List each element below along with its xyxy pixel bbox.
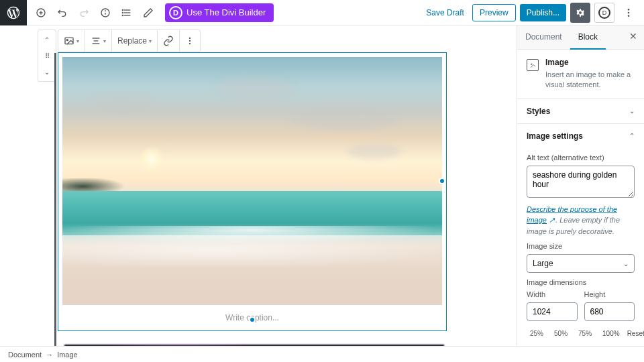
breadcrumb-footer: Document → Image [0, 346, 644, 362]
editor-area: ⌃ ⠿ ⌄ ▾ ▾ Replace ▾ [0, 25, 517, 346]
image-settings-body: Alt text (alternative text) Describe the… [517, 154, 644, 346]
block-type-icon[interactable]: ▾ [58, 36, 85, 46]
settings-sidebar: Document Block ✕ Image Insert an image t… [517, 25, 644, 346]
external-link-icon: ↗ [549, 215, 555, 221]
chevron-down-icon: ⌄ [623, 260, 629, 267]
alt-text-label: Alt text (alternative text) [527, 154, 635, 162]
info-icon[interactable] [95, 3, 115, 23]
image-size-value: Large [533, 259, 553, 268]
add-block-icon[interactable] [31, 3, 51, 23]
section-image-settings-label: Image settings [527, 131, 583, 141]
sidebar-tabs: Document Block ✕ [517, 25, 644, 50]
breadcrumb-image[interactable]: Image [57, 351, 78, 359]
svg-point-14 [628, 15, 630, 17]
svg-point-13 [628, 11, 630, 13]
divi-builder-label: Use The Divi Builder [186, 7, 266, 17]
svg-point-23 [531, 64, 533, 65]
drag-handle-icon[interactable]: ⠿ [40, 49, 54, 62]
publish-button[interactable]: Publish... [520, 4, 566, 21]
reset-button[interactable]: Reset [627, 330, 644, 337]
scale-75[interactable]: 75% [575, 328, 595, 339]
outline-icon[interactable] [117, 3, 137, 23]
alt-text-help: Describe the purpose of the image ↗. Lea… [527, 204, 635, 237]
edit-icon[interactable] [138, 3, 158, 23]
alt-text-input[interactable] [527, 166, 635, 198]
height-label: Height [584, 290, 635, 298]
section-styles[interactable]: Styles ⌄ [517, 99, 644, 123]
svg-point-10 [122, 12, 123, 13]
tab-block[interactable]: Block [570, 25, 606, 50]
divi-logo-icon: D [169, 6, 182, 19]
more-menu-icon[interactable] [619, 3, 639, 23]
main: ⌃ ⠿ ⌄ ▾ ▾ Replace ▾ [0, 25, 644, 346]
svg-point-20 [189, 38, 191, 39]
scrollbar-thumb[interactable] [517, 166, 517, 253]
wordpress-logo[interactable] [0, 0, 27, 25]
replace-button[interactable]: Replace ▾ [112, 36, 157, 46]
editor-toolbar [27, 3, 162, 23]
block-description: Insert an image to make a visual stateme… [545, 70, 635, 90]
scale-presets: 25% 50% 75% 100% Reset [527, 328, 635, 339]
chevron-down-icon: ⌄ [629, 107, 635, 115]
width-label: Width [527, 290, 578, 298]
chevron-up-icon: ⌃ [629, 132, 635, 139]
block-more-icon[interactable] [180, 36, 200, 46]
divi-builder-button[interactable]: D Use The Divi Builder [165, 3, 274, 22]
scale-100[interactable]: 100% [599, 328, 623, 339]
link-icon[interactable] [158, 36, 179, 46]
width-input[interactable] [527, 302, 578, 321]
svg-point-16 [66, 40, 68, 41]
svg-rect-17 [93, 38, 100, 38]
svg-rect-18 [94, 40, 99, 41]
scale-25[interactable]: 25% [527, 328, 547, 339]
svg-point-22 [189, 43, 191, 44]
tab-document[interactable]: Document [517, 25, 570, 49]
image-size-label: Image size [527, 242, 635, 250]
resize-handle-bottom[interactable] [249, 316, 256, 323]
svg-point-11 [122, 15, 123, 15]
resize-handle-right[interactable] [439, 178, 445, 184]
breadcrumb-separator: → [46, 351, 53, 359]
save-draft-link[interactable]: Save Draft [422, 8, 468, 17]
divi-small-icon[interactable]: D [594, 3, 614, 23]
block-selection-bar [54, 53, 56, 346]
svg-point-9 [122, 9, 123, 10]
svg-rect-19 [93, 43, 100, 44]
scale-50[interactable]: 50% [551, 328, 571, 339]
section-styles-label: Styles [527, 107, 550, 116]
breadcrumb-document[interactable]: Document [8, 351, 42, 359]
image-size-select[interactable]: Large ⌄ [527, 254, 635, 273]
move-up-icon[interactable]: ⌃ [40, 33, 54, 46]
svg-point-12 [628, 9, 630, 11]
settings-icon[interactable] [570, 3, 590, 23]
replace-label: Replace [117, 36, 147, 46]
svg-point-21 [189, 40, 191, 42]
block-mover: ⌃ ⠿ ⌄ [38, 29, 56, 82]
caption-input[interactable]: Write caption... [62, 305, 442, 326]
topbar-right: Save Draft Preview Publish... D [422, 3, 644, 23]
image-block-icon [527, 59, 539, 71]
section-image-settings[interactable]: Image settings ⌃ [517, 123, 644, 148]
image-block[interactable]: Write caption... [58, 52, 447, 331]
block-title: Image [545, 58, 635, 67]
undo-icon[interactable] [52, 3, 72, 23]
svg-point-5 [105, 11, 106, 11]
image-content[interactable] [62, 57, 442, 305]
topbar: D Use The Divi Builder Save Draft Previe… [0, 0, 644, 25]
preview-button[interactable]: Preview [472, 4, 516, 21]
block-toolbar: ▾ ▾ Replace ▾ [58, 29, 201, 52]
block-info-panel: Image Insert an image to make a visual s… [517, 50, 644, 99]
close-sidebar-icon[interactable]: ✕ [623, 25, 644, 49]
redo-icon [74, 3, 94, 23]
align-icon[interactable]: ▾ [85, 36, 111, 46]
move-down-icon[interactable]: ⌄ [40, 65, 54, 78]
height-input[interactable] [584, 302, 635, 321]
image-dimensions-label: Image dimensions [527, 278, 635, 286]
